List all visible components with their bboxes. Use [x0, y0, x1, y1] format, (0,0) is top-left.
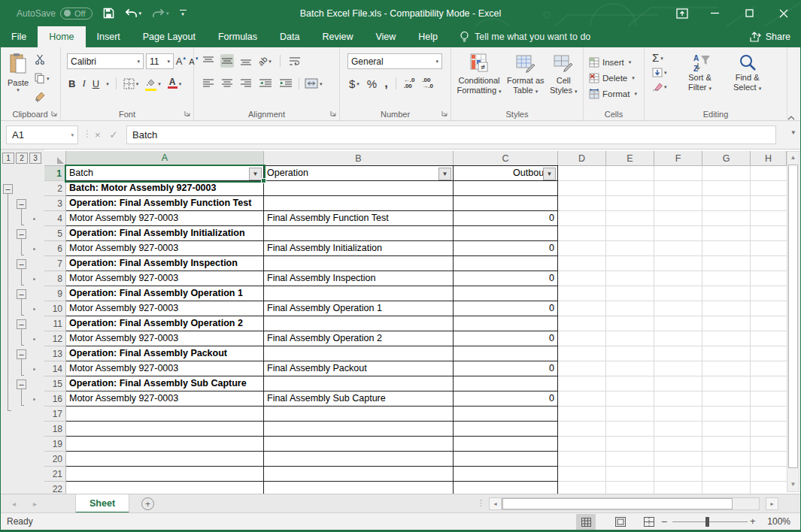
cell-B22[interactable]: [264, 482, 454, 494]
cell-C3[interactable]: [454, 196, 558, 211]
cell-B18[interactable]: [264, 422, 454, 437]
cell-C9[interactable]: [454, 286, 558, 301]
row-header-6[interactable]: 6: [44, 241, 66, 256]
cell-C6[interactable]: 0: [454, 241, 558, 256]
copy-button[interactable]: ▾: [35, 72, 50, 84]
cell-A20[interactable]: [66, 452, 264, 467]
row-header-17[interactable]: 17: [44, 407, 66, 422]
conditional-formatting-button[interactable]: ≠ Conditional Formatting ▾: [457, 53, 501, 95]
cell-B1[interactable]: Operation: [264, 166, 454, 181]
redo-button[interactable]: ▾: [152, 8, 169, 19]
cell-A6[interactable]: Motor Assembly 927-0003: [66, 241, 264, 256]
tab-insert[interactable]: Insert: [86, 26, 132, 47]
align-left-button[interactable]: [202, 77, 215, 90]
cell-C5[interactable]: [454, 226, 558, 241]
delete-cells-button[interactable]: Delete▾: [584, 70, 644, 86]
font-size-combo[interactable]: 11▾: [146, 53, 174, 69]
clear-button[interactable]: ▾: [652, 82, 667, 91]
cell-C12[interactable]: 0: [454, 331, 558, 346]
cell-B12[interactable]: Final Assembly Operation 2: [264, 331, 454, 346]
row-header-10[interactable]: 10: [44, 301, 66, 316]
cell-C4[interactable]: 0: [454, 211, 558, 226]
outline-level-button-2[interactable]: 2: [16, 153, 28, 164]
cell-A18[interactable]: [66, 422, 264, 437]
cell-A8[interactable]: Motor Assembly 927-0003: [66, 271, 264, 286]
underline-button[interactable]: U: [93, 78, 99, 89]
column-header-C[interactable]: C: [454, 151, 558, 166]
redo-dropdown[interactable]: ▾: [166, 11, 169, 16]
row-header-16[interactable]: 16: [44, 391, 66, 407]
cell-C21[interactable]: [454, 467, 558, 482]
top-align-button[interactable]: [202, 54, 215, 68]
select-all-corner[interactable]: [44, 151, 66, 166]
middle-align-button[interactable]: [220, 54, 234, 68]
autosave-toggle[interactable]: AutoSave Off: [17, 8, 93, 20]
cell-B8[interactable]: Final Assembly Inspection: [264, 271, 454, 286]
cell-C16[interactable]: 0: [454, 391, 558, 407]
outline-collapse-button-row-7[interactable]: –: [17, 259, 26, 269]
row-header-11[interactable]: 11: [44, 316, 66, 331]
cell-B21[interactable]: [264, 467, 454, 482]
page-layout-view-button[interactable]: [611, 514, 630, 530]
column-header-H[interactable]: H: [751, 151, 787, 166]
cell-B15[interactable]: [264, 376, 454, 391]
comma-style-button[interactable]: ,: [384, 77, 387, 89]
vscroll-up-button[interactable]: ▲: [787, 152, 799, 163]
name-box[interactable]: A1▾: [6, 125, 78, 144]
column-header-E[interactable]: E: [606, 151, 654, 166]
close-button[interactable]: [766, 0, 801, 26]
undo-dropdown[interactable]: ▾: [139, 11, 142, 16]
fill-color-button[interactable]: ▾: [145, 77, 161, 91]
enter-button[interactable]: ✓: [110, 129, 118, 141]
row-header-12[interactable]: 12: [44, 331, 66, 346]
undo-button[interactable]: ▾: [125, 8, 142, 19]
zoom-in-button[interactable]: +: [750, 515, 756, 527]
tab-page-layout[interactable]: Page Layout: [132, 26, 207, 47]
new-sheet-button[interactable]: +: [141, 497, 154, 510]
row-header-2[interactable]: 2: [44, 181, 66, 196]
row-header-7[interactable]: 7: [44, 256, 66, 271]
cell-B19[interactable]: [264, 437, 454, 452]
tab-home[interactable]: Home: [38, 26, 85, 47]
fill-handle[interactable]: [261, 178, 266, 183]
cell-C18[interactable]: [454, 422, 558, 437]
underline-dropdown[interactable]: ▾: [106, 81, 109, 86]
row-header-5[interactable]: 5: [44, 226, 66, 241]
cell-C22[interactable]: [454, 482, 558, 494]
italic-button[interactable]: I: [82, 77, 85, 89]
tabs-scrollbar-divider[interactable]: ⋮: [477, 498, 485, 508]
cell-A19[interactable]: [66, 437, 264, 452]
outline-collapse-button-row-13[interactable]: –: [17, 349, 26, 359]
tab-view[interactable]: View: [364, 26, 407, 47]
cell-B6[interactable]: Final Assembly Initialization: [264, 241, 454, 256]
sort-filter-label[interactable]: Sort &Filter ▾: [688, 73, 711, 92]
row-header-19[interactable]: 19: [44, 437, 66, 452]
zoom-out-button[interactable]: −: [661, 515, 667, 527]
number-format-combo[interactable]: General▾: [347, 53, 442, 69]
cell-B10[interactable]: Final Assembly Operation 1: [264, 301, 454, 316]
row-header-3[interactable]: 3: [44, 196, 66, 211]
increase-font-size-button[interactable]: A▲: [176, 55, 187, 68]
cell-B7[interactable]: [264, 256, 454, 271]
row-header-1[interactable]: 1: [44, 166, 66, 181]
bottom-align-button[interactable]: [239, 54, 253, 68]
qat-customize-button[interactable]: ▾: [180, 10, 187, 17]
row-header-9[interactable]: 9: [44, 286, 66, 301]
normal-view-button[interactable]: [576, 514, 596, 530]
decrease-indent-button[interactable]: [258, 77, 273, 90]
paste-dropdown[interactable]: ▾: [17, 87, 20, 92]
sheet-nav-left-button[interactable]: ◂: [12, 494, 16, 513]
cell-C17[interactable]: [454, 407, 558, 422]
outline-collapse-button-row-9[interactable]: –: [17, 289, 26, 299]
cell-C20[interactable]: [454, 452, 558, 467]
wrap-text-button[interactable]: [287, 54, 302, 68]
row-header-8[interactable]: 8: [44, 271, 66, 286]
column-header-D[interactable]: D: [558, 151, 606, 166]
copy-dropdown[interactable]: ▾: [47, 76, 50, 81]
merge-center-button[interactable]: ▾: [305, 78, 323, 89]
cell-B16[interactable]: Final Assembly Sub Capture: [264, 391, 454, 407]
accounting-format-button[interactable]: $▾: [349, 78, 360, 89]
cell-C15[interactable]: [454, 376, 558, 391]
cell-A16[interactable]: Motor Assembly 927-0003: [66, 391, 264, 407]
center-button[interactable]: [220, 77, 234, 90]
